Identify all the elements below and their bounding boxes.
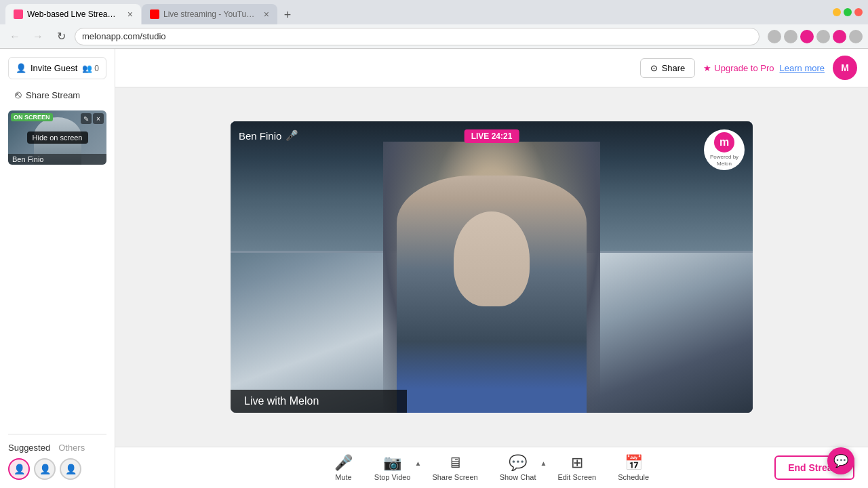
edit-icon: ⊞ bbox=[571, 454, 583, 472]
melon-initial: M bbox=[841, 62, 849, 73]
stream-title-overlay: Live with Melon bbox=[231, 390, 407, 413]
camera-icon: 📷 bbox=[383, 454, 401, 472]
forward-button[interactable]: → bbox=[28, 27, 47, 46]
settings-icon[interactable] bbox=[816, 30, 830, 43]
show-chat-button[interactable]: 💬 Show Chat bbox=[489, 451, 547, 484]
melon-logo-overlay: m Powered by Melon bbox=[704, 129, 745, 170]
bottom-toolbar: 🎤 Mute 📷 Stop Video ▲ 🖥 Share Screen 💬 S… bbox=[115, 447, 868, 488]
tab-title-melon: Web-based Live Streaming · bbox=[27, 9, 121, 19]
close-button[interactable] bbox=[854, 8, 863, 16]
upgrade-section: ★ Upgrade to Pro Learn more bbox=[703, 63, 825, 73]
thumb-close-button[interactable]: × bbox=[93, 113, 104, 124]
people-icon: 👥 bbox=[82, 64, 92, 73]
schedule-button[interactable]: 📅 Schedule bbox=[607, 451, 660, 484]
show-chat-expand[interactable]: ▲ bbox=[540, 460, 547, 467]
tab-favicon-melon bbox=[14, 9, 23, 19]
powered-by-text: Powered by Melon bbox=[710, 154, 738, 167]
invite-guest-button[interactable]: 👤 Invite Guest 👥 0 bbox=[8, 57, 106, 79]
share-btn-icon: ⊙ bbox=[650, 63, 658, 73]
learn-more-link[interactable]: Learn more bbox=[780, 63, 825, 73]
share-btn-label: Share bbox=[662, 63, 686, 73]
share-screen-button[interactable]: 🖥 Share Screen bbox=[421, 451, 488, 484]
window-controls bbox=[833, 8, 863, 16]
chat-icon: 💬 bbox=[509, 454, 527, 472]
suggested-tabs: Suggested Others bbox=[8, 443, 106, 453]
thumb-controls: ✎ × bbox=[81, 113, 104, 124]
address-text: melonapp.com/studio bbox=[82, 31, 166, 41]
mute-button[interactable]: 🎤 Mute bbox=[323, 451, 363, 484]
participant-icon-3[interactable]: 👤 bbox=[60, 458, 81, 480]
show-chat-label: Show Chat bbox=[500, 473, 536, 481]
top-bar: ⊙ Share ★ Upgrade to Pro Learn more M bbox=[115, 49, 868, 87]
edit-screen-label: Edit Screen bbox=[557, 473, 596, 481]
back-button[interactable]: ← bbox=[5, 27, 24, 46]
mute-label: Mute bbox=[335, 473, 351, 481]
chat-fab-icon: 💬 bbox=[833, 453, 848, 468]
others-tab[interactable]: Others bbox=[58, 443, 85, 453]
mic-indicator: 🎤 bbox=[285, 129, 298, 142]
reload-button[interactable]: ↻ bbox=[52, 27, 71, 46]
app-body: 👤 Invite Guest 👥 0 ⎋ Share Stream ON SCR… bbox=[0, 49, 868, 488]
presenter-name: Ben Finio bbox=[239, 130, 281, 142]
browser-tabs: Web-based Live Streaming · × Live stream… bbox=[5, 0, 297, 24]
video-background bbox=[231, 121, 753, 413]
stop-video-label: Stop Video bbox=[374, 473, 411, 481]
chat-fab[interactable]: 💬 bbox=[827, 447, 854, 474]
browser-toolbar: ← → ↻ melonapp.com/studio bbox=[0, 24, 868, 49]
menu-icon[interactable] bbox=[849, 30, 863, 43]
video-container: Ben Finio 🎤 LIVE 24:21 m Powered by Melo… bbox=[231, 121, 753, 413]
sidebar-bottom: Suggested Others 👤 👤 👤 bbox=[8, 434, 106, 480]
new-tab-button[interactable]: + bbox=[278, 5, 297, 24]
edit-screen-button[interactable]: ⊞ Edit Screen bbox=[547, 451, 607, 484]
invite-guest-label: Invite Guest bbox=[31, 63, 77, 73]
address-bar[interactable]: melonapp.com/studio bbox=[75, 28, 760, 45]
participant-icon-1[interactable]: 👤 bbox=[8, 458, 30, 480]
tab-close-youtube[interactable]: × bbox=[264, 9, 269, 19]
browser-toolbar-icons bbox=[768, 30, 863, 43]
browser-titlebar: Web-based Live Streaming · × Live stream… bbox=[0, 0, 868, 24]
tab-close-melon[interactable]: × bbox=[127, 9, 133, 19]
share-stream-button[interactable]: ⎋ Share Stream bbox=[8, 85, 106, 105]
on-screen-badge: ON SCREEN bbox=[11, 113, 53, 121]
invite-guest-inner: 👤 Invite Guest bbox=[16, 63, 77, 73]
melon-m-icon: m bbox=[714, 132, 734, 152]
count-value: 0 bbox=[94, 64, 99, 73]
schedule-icon: 📅 bbox=[625, 454, 643, 472]
schedule-label: Schedule bbox=[618, 473, 649, 481]
yt-icon[interactable] bbox=[800, 30, 814, 43]
mute-icon: 🎤 bbox=[334, 454, 353, 472]
stream-title-text: Live with Melon bbox=[244, 395, 319, 407]
thumb-edit-button[interactable]: ✎ bbox=[81, 113, 92, 124]
monitor-icon: 🖥 bbox=[448, 454, 462, 472]
share-screen-label: Share Screen bbox=[432, 473, 477, 481]
minimize-button[interactable] bbox=[833, 8, 841, 16]
participant-thumbnail[interactable]: ON SCREEN ✎ × Hide on screen Ben Finio bbox=[8, 110, 106, 165]
tab-youtube[interactable]: Live streaming - YouTube Studio × bbox=[142, 4, 277, 24]
suggested-tab[interactable]: Suggested bbox=[8, 443, 50, 453]
bookmark-icon[interactable] bbox=[768, 30, 781, 43]
star-icon: ★ bbox=[703, 63, 711, 73]
extensions-icon[interactable] bbox=[784, 30, 797, 43]
person-plus-icon: 👤 bbox=[16, 63, 26, 73]
participant-name: Ben Finio bbox=[8, 154, 106, 165]
share-button[interactable]: ⊙ Share bbox=[640, 58, 696, 78]
upgrade-pro[interactable]: ★ Upgrade to Pro bbox=[703, 63, 774, 73]
upgrade-label: Upgrade to Pro bbox=[714, 63, 774, 73]
stop-video-button[interactable]: 📷 Stop Video bbox=[363, 451, 422, 484]
share-icon: ⎋ bbox=[15, 89, 22, 101]
profile-icon[interactable] bbox=[833, 30, 846, 43]
hide-tooltip: Hide on screen bbox=[27, 131, 88, 144]
sidebar: 👤 Invite Guest 👥 0 ⎋ Share Stream ON SCR… bbox=[0, 49, 115, 488]
maximize-button[interactable] bbox=[844, 8, 852, 16]
tab-title-youtube: Live streaming - YouTube Studio bbox=[163, 9, 257, 19]
presenter-name-overlay: Ben Finio 🎤 bbox=[239, 129, 298, 142]
participant-icons: 👤 👤 👤 bbox=[8, 458, 106, 480]
share-stream-label: Share Stream bbox=[26, 90, 80, 100]
video-area: Ben Finio 🎤 LIVE 24:21 m Powered by Melo… bbox=[115, 87, 868, 447]
participant-icon-2[interactable]: 👤 bbox=[34, 458, 56, 480]
melon-avatar[interactable]: M bbox=[833, 56, 857, 80]
tab-melon[interactable]: Web-based Live Streaming · × bbox=[5, 4, 141, 24]
stop-video-expand[interactable]: ▲ bbox=[414, 460, 421, 467]
live-badge: LIVE 24:21 bbox=[465, 129, 519, 143]
main-content: ⊙ Share ★ Upgrade to Pro Learn more M bbox=[115, 49, 868, 488]
